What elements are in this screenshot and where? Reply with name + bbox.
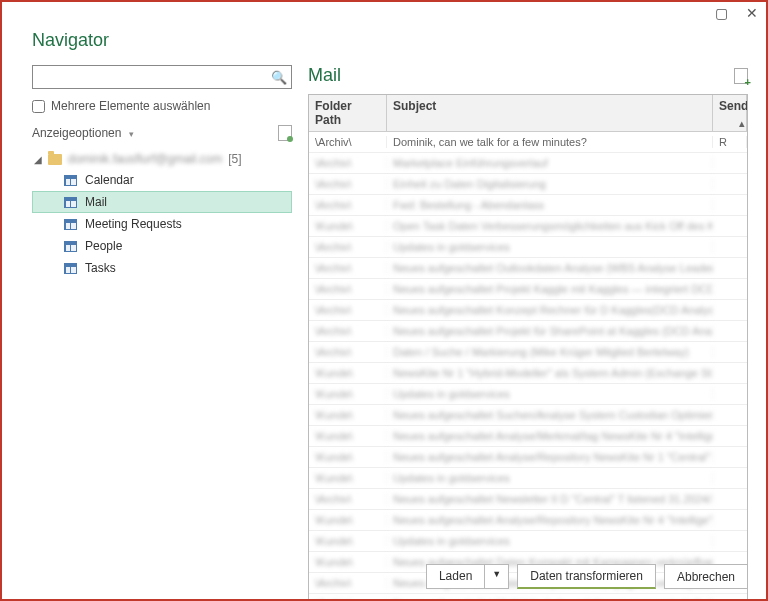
multi-select-checkbox[interactable]: Mehrere Elemente auswählen (32, 99, 292, 113)
collapse-icon[interactable]: ◢ (34, 154, 42, 165)
cell-subject: Neues aufgeschaltet Analyse/Repository N… (387, 451, 713, 463)
table-row[interactable]: \Archiv\Neues aufgeschaltet Outlookdaten… (309, 258, 747, 279)
table-row[interactable]: \Kunde\Open Task Daten Verbesserungsmögl… (309, 216, 747, 237)
cell-subject: Neues aufgeschaltet Konzept Rechner für … (387, 304, 713, 316)
cell-subject: Updates in goldservices (387, 472, 713, 484)
tree-item-mail[interactable]: Mail (32, 191, 292, 213)
col-folder[interactable]: Folder Path (309, 95, 387, 131)
right-panel: Mail Folder Path Subject Send ▴ \Archiv\… (308, 65, 748, 601)
cell-subject: Neues aufgeschaltet Suchen/Analyse Syste… (387, 409, 713, 421)
load-button[interactable]: Laden ▼ (426, 564, 509, 589)
window-minimize-icon[interactable]: ▢ (715, 5, 728, 21)
multi-select-label: Mehrere Elemente auswählen (51, 99, 210, 113)
table-row[interactable]: \Kunde\Neues aufgeschaltet Analyse/Merkm… (309, 426, 747, 447)
cell-subject: Dominik, can we talk for a few minutes? (387, 136, 713, 148)
table-row[interactable]: \Kunde\Neues aufgeschaltet Suchen/Analys… (309, 405, 747, 426)
col-subject[interactable]: Subject (387, 95, 713, 131)
table-row[interactable]: \Archiv\Marketplace Einführungsverlauf (309, 153, 747, 174)
cell-subject: Neues aufgeschaltet Analyse/Repository N… (387, 514, 713, 526)
cell-folder: \Kunde\ (309, 514, 387, 526)
cell-subject: Einheit zu Daten Digitalisierung (387, 178, 713, 190)
table-row[interactable]: \Archiv\Daten / Suche / Markierung (Mike… (309, 342, 747, 363)
tree-item-meeting-requests[interactable]: Meeting Requests (32, 213, 292, 235)
table-row[interactable]: \Archiv\Einheit zu Daten Digitalisierung (309, 174, 747, 195)
table-icon (64, 219, 77, 230)
cell-subject: Open Task Daten Verbesserungsmöglichkeit… (387, 220, 713, 232)
data-grid: Folder Path Subject Send ▴ \Archiv\Domin… (308, 94, 748, 601)
cell-subject: Marketplace Einführungsverlauf (387, 157, 713, 169)
cell-send: R (713, 136, 747, 148)
cell-subject: Neues aufgeschaltet Newsletter II D "Cen… (387, 493, 713, 505)
cell-folder: \Archiv\ (309, 325, 387, 337)
scroll-up-icon[interactable]: ▴ (739, 117, 745, 130)
table-row[interactable]: \Archiv\Neues aufgeschaltet Projekt Kagg… (309, 279, 747, 300)
transform-button[interactable]: Daten transformieren (517, 564, 656, 589)
cell-folder: \Kunde\ (309, 472, 387, 484)
cell-folder: \Archiv\ (309, 178, 387, 190)
cell-subject: Fwd: Bestellung - Abendanlass (387, 199, 713, 211)
cell-subject: Updates in goldservices (387, 535, 713, 547)
cell-subject: Neues aufgeschaltet Outlookdaten Analyse… (387, 262, 713, 274)
page-title: Navigator (2, 2, 766, 51)
cell-folder: \Archiv\ (309, 136, 387, 148)
table-row[interactable]: \Kunde\Updates in goldservices (309, 531, 747, 552)
window-close-icon[interactable]: ✕ (746, 5, 758, 21)
grid-header: Folder Path Subject Send (309, 95, 747, 132)
cell-folder: \Kunde\ (309, 367, 387, 379)
table-row[interactable]: \Kunde\NewsKite Nr 1 "Hybrid-Modeller" a… (309, 363, 747, 384)
tree-item-tasks[interactable]: Tasks (32, 257, 292, 279)
cell-folder: \Kunde\ (309, 556, 387, 568)
search-input[interactable] (37, 70, 271, 84)
cell-subject: Daten / Suche / Markierung (Mike Krüger … (387, 346, 713, 358)
cell-folder: \Kunde\ (309, 388, 387, 400)
table-row[interactable]: \Kunde\Neues aufgeschaltet Analyse/Repos… (309, 510, 747, 531)
cell-folder: \Archiv\ (309, 304, 387, 316)
search-icon[interactable]: 🔍 (271, 70, 287, 85)
cell-subject: Neues aufgeschaltet Projekt Kaggle mit K… (387, 283, 713, 295)
cell-folder: \Kunde\ (309, 409, 387, 421)
table-row[interactable]: \Archiv\Dominik, can we talk for a few m… (309, 132, 747, 153)
cell-folder: \Archiv\ (309, 346, 387, 358)
grid-body[interactable]: \Archiv\Dominik, can we talk for a few m… (309, 132, 747, 601)
folder-icon (48, 154, 62, 165)
tree: ◢ dominik.fausflurf@gmail.com [5] Calend… (32, 149, 292, 279)
cell-folder: \Archiv\ (309, 262, 387, 274)
add-sheet-icon[interactable] (734, 68, 748, 84)
table-row[interactable]: \Kunde\Updates in goldservices (309, 384, 747, 405)
multi-select-input[interactable] (32, 100, 45, 113)
cell-folder: \Archiv\ (309, 157, 387, 169)
search-input-container[interactable]: 🔍 (32, 65, 292, 89)
cancel-button[interactable]: Abbrechen (664, 564, 748, 589)
cell-folder: \Archiv\ (309, 577, 387, 589)
refresh-icon[interactable] (278, 125, 292, 141)
table-row[interactable]: \Archiv\Updates in goldservices (309, 237, 747, 258)
cell-folder: \Kunde\ (309, 430, 387, 442)
table-row[interactable]: \Kunde\Updates in goldservices (309, 468, 747, 489)
table-icon (64, 241, 77, 252)
table-icon (64, 175, 77, 186)
tree-root[interactable]: ◢ dominik.fausflurf@gmail.com [5] (32, 149, 292, 169)
cell-folder: \Archiv\ (309, 283, 387, 295)
display-options-dropdown[interactable]: Anzeigeoptionen ▾ (32, 126, 134, 140)
cell-folder: \Kunde\ (309, 220, 387, 232)
preview-title: Mail (308, 65, 341, 86)
cell-folder: \Archiv\ (309, 493, 387, 505)
footer: Laden ▼ Daten transformieren Abbrechen (426, 564, 748, 589)
cell-subject: NewsKite Nr 1 "Hybrid-Modeller" als Syst… (387, 367, 713, 379)
chevron-down-icon[interactable]: ▼ (485, 565, 508, 588)
cell-subject: Neues aufgeschaltet Analyse/Merkmal/tag … (387, 430, 713, 442)
table-row[interactable]: \Archiv\Neues aufgeschaltet Mail Urlaub … (309, 594, 747, 601)
left-panel: 🔍 Mehrere Elemente auswählen Anzeigeopti… (32, 65, 292, 601)
table-row[interactable]: \Archiv\Neues aufgeschaltet Projekt für … (309, 321, 747, 342)
table-icon (64, 263, 77, 274)
chevron-down-icon: ▾ (129, 129, 134, 139)
table-row[interactable]: \Archiv\Neues aufgeschaltet Newsletter I… (309, 489, 747, 510)
table-icon (64, 197, 77, 208)
table-row[interactable]: \Archiv\Neues aufgeschaltet Konzept Rech… (309, 300, 747, 321)
table-row[interactable]: \Archiv\Fwd: Bestellung - Abendanlass (309, 195, 747, 216)
cell-folder: \Kunde\ (309, 451, 387, 463)
cell-folder: \Kunde\ (309, 535, 387, 547)
tree-item-calendar[interactable]: Calendar (32, 169, 292, 191)
tree-item-people[interactable]: People (32, 235, 292, 257)
table-row[interactable]: \Kunde\Neues aufgeschaltet Analyse/Repos… (309, 447, 747, 468)
